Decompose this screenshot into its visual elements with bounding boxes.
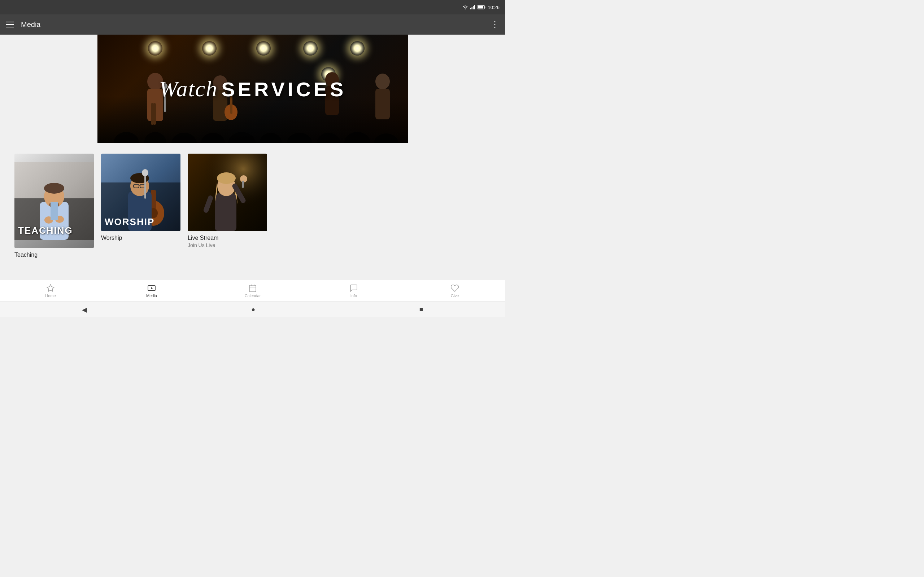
worship-category[interactable]: WORSHIP Worship — [101, 154, 181, 248]
status-icons: 10:26 — [462, 5, 499, 10]
svg-rect-1 — [472, 7, 473, 10]
svg-point-53 — [142, 169, 149, 176]
battery-icon — [478, 5, 485, 10]
svg-rect-62 — [242, 181, 244, 188]
home-button[interactable]: ● — [251, 306, 255, 313]
wifi-icon — [462, 5, 468, 10]
svg-point-27 — [287, 133, 312, 143]
hero-services-text: SERVICES — [221, 78, 346, 101]
nav-give[interactable]: Give — [404, 284, 505, 298]
nav-give-label: Give — [451, 293, 459, 298]
livestream-thumbnail — [188, 154, 267, 231]
livestream-image — [188, 154, 267, 231]
nav-media[interactable]: Media — [101, 284, 202, 298]
nav-calendar[interactable]: Calendar — [202, 284, 303, 298]
hero-watch-text: Watch — [159, 76, 218, 101]
nav-info-label: Info — [351, 293, 357, 298]
svg-text:TEACHING: TEACHING — [18, 225, 73, 236]
svg-rect-52 — [144, 174, 146, 199]
info-chat-icon — [349, 284, 358, 292]
back-button[interactable]: ◀ — [82, 306, 87, 314]
hero-wrapper: WatchSERVICES — [0, 35, 505, 143]
svg-point-25 — [228, 132, 255, 143]
worship-image: WORSHIP — [101, 154, 181, 231]
home-star-icon — [46, 284, 55, 292]
svg-rect-39 — [50, 202, 58, 220]
status-time: 10:26 — [488, 5, 499, 10]
livestream-category[interactable]: Live Stream Join Us Live — [188, 154, 267, 248]
svg-point-26 — [260, 133, 281, 143]
app-bar: Media ⋮ — [0, 15, 505, 35]
category-grid: TEACHING Teaching — [0, 143, 505, 255]
bottom-nav: Home Media Calendar Info Give — [0, 280, 505, 301]
svg-rect-67 — [249, 285, 256, 292]
nav-info[interactable]: Info — [303, 284, 404, 298]
give-heart-icon — [451, 284, 459, 292]
svg-rect-57 — [215, 193, 236, 231]
svg-point-29 — [344, 132, 370, 143]
nav-home[interactable]: Home — [0, 284, 101, 298]
svg-marker-66 — [151, 287, 153, 289]
svg-rect-0 — [470, 8, 472, 10]
svg-text:WORSHIP: WORSHIP — [105, 216, 155, 227]
more-options-button[interactable]: ⋮ — [491, 19, 499, 29]
svg-marker-64 — [47, 285, 54, 292]
hero-banner[interactable]: WatchSERVICES — [97, 35, 408, 143]
livestream-sublabel: Join Us Live — [188, 242, 267, 248]
svg-rect-5 — [478, 6, 483, 9]
svg-rect-6 — [485, 6, 485, 8]
worship-label: Worship — [101, 235, 181, 241]
svg-point-28 — [317, 133, 340, 143]
worship-thumbnail: WORSHIP — [101, 154, 181, 231]
teaching-thumbnail: TEACHING — [15, 154, 94, 248]
nav-media-label: Media — [146, 293, 157, 298]
svg-rect-3 — [474, 5, 475, 10]
svg-rect-10 — [153, 103, 156, 125]
svg-rect-20 — [375, 89, 390, 119]
nav-calendar-label: Calendar — [245, 293, 261, 298]
svg-point-21 — [114, 132, 139, 143]
svg-point-19 — [375, 74, 390, 89]
teaching-label: Teaching — [15, 252, 94, 258]
app-bar-left: Media — [6, 21, 40, 29]
menu-button[interactable] — [6, 22, 14, 27]
teaching-category[interactable]: TEACHING Teaching — [15, 154, 94, 248]
svg-point-59 — [217, 172, 236, 184]
nav-home-label: Home — [45, 293, 56, 298]
hero-text: WatchSERVICES — [159, 76, 347, 102]
livestream-label: Live Stream — [188, 235, 267, 241]
status-bar: 10:26 — [0, 0, 505, 15]
signal-icon — [470, 5, 475, 10]
svg-point-22 — [144, 132, 166, 143]
svg-point-30 — [374, 134, 399, 143]
calendar-icon — [248, 284, 257, 292]
svg-point-23 — [171, 133, 197, 143]
scroll-area[interactable]: WatchSERVICES — [0, 35, 505, 280]
recents-button[interactable]: ■ — [419, 306, 423, 313]
app-title: Media — [21, 21, 40, 29]
system-nav-bar: ◀ ● ■ — [0, 301, 505, 318]
svg-point-24 — [201, 133, 225, 143]
media-icon — [147, 284, 156, 292]
svg-rect-2 — [473, 6, 474, 10]
svg-point-35 — [44, 183, 64, 193]
hero-stage: WatchSERVICES — [97, 35, 408, 143]
teaching-image: TEACHING — [15, 162, 94, 240]
